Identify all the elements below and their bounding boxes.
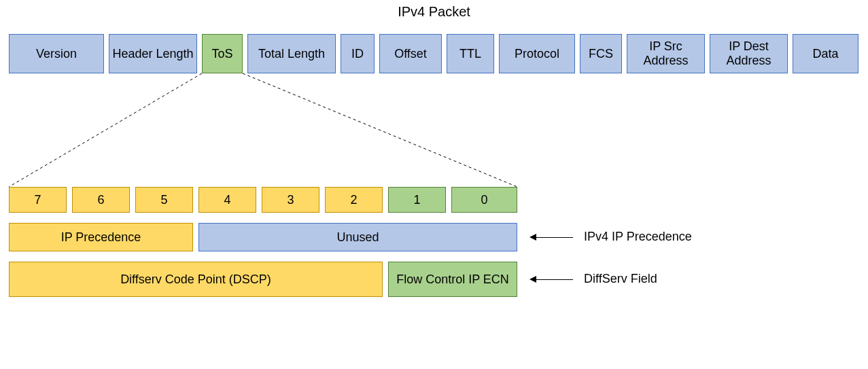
svg-line-0 xyxy=(9,73,202,187)
field-fcs: FCS xyxy=(580,34,622,73)
field-ttl: TTL xyxy=(447,34,494,73)
dscp-box: Diffserv Code Point (DSCP) xyxy=(9,262,383,297)
bit-0: 0 xyxy=(451,187,517,213)
bit-1: 1 xyxy=(388,187,446,213)
bit-5: 5 xyxy=(135,187,193,213)
diagram-title: IPv4 Packet xyxy=(0,4,868,20)
arrow-line-diffserv xyxy=(536,279,573,280)
ecn-box: Flow Control IP ECN xyxy=(388,262,517,297)
ip-precedence-box: IP Precedence xyxy=(9,223,193,251)
bit-7: 7 xyxy=(9,187,67,213)
bit-3: 3 xyxy=(262,187,319,213)
field-offset: Offset xyxy=(379,34,442,73)
field-ip-dest-address: IP Dest Address xyxy=(710,34,788,73)
bit-6: 6 xyxy=(72,187,130,213)
bit-2: 2 xyxy=(325,187,383,213)
field-header-length: Header Length xyxy=(109,34,197,73)
label-ipv4-ip-precedence: IPv4 IP Precedence xyxy=(584,230,692,244)
field-protocol: Protocol xyxy=(499,34,575,73)
svg-line-1 xyxy=(243,73,517,187)
field-version: Version xyxy=(9,34,104,73)
bit-4: 4 xyxy=(198,187,256,213)
arrow-line-precedence xyxy=(536,237,573,238)
unused-box: Unused xyxy=(198,223,517,251)
field-total-length: Total Length xyxy=(247,34,336,73)
label-diffserv-field: DiffServ Field xyxy=(584,272,657,286)
field-tos: ToS xyxy=(202,34,243,73)
field-id: ID xyxy=(341,34,375,73)
field-data: Data xyxy=(793,34,858,73)
field-ip-src-address: IP Src Address xyxy=(627,34,705,73)
